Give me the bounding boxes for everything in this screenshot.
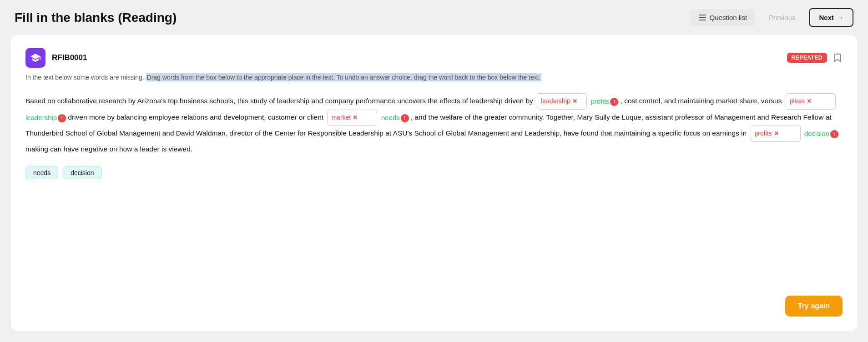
blank-2-word: pleas <box>790 95 805 108</box>
bank-word-decision[interactable]: decision <box>63 166 101 179</box>
instruction-highlight: Drag words from the box below to the app… <box>146 73 542 81</box>
header: Fill in the blanks (Reading) Question li… <box>0 0 868 35</box>
passage-text-1: Based on collaborative research by Arizo… <box>25 97 533 105</box>
header-controls: Question list Previous Next → <box>691 8 853 27</box>
previous-button[interactable]: Previous <box>761 9 803 26</box>
blank-4-remove[interactable]: ✕ <box>774 127 779 140</box>
repeated-badge: REPEATED <box>787 53 827 63</box>
card-icon <box>25 48 45 68</box>
svg-rect-1 <box>699 17 706 18</box>
warning-4: ! <box>830 130 838 138</box>
card-id: RFIB0001 <box>52 53 87 62</box>
blank-4[interactable]: profits ✕ <box>751 126 801 141</box>
graduation-icon <box>30 52 41 63</box>
card-header-left: RFIB0001 <box>25 48 87 68</box>
main-card: RFIB0001 REPEATED In the text below some… <box>11 35 857 331</box>
question-list-label: Question list <box>710 14 747 21</box>
instruction-plain: In the text below some words are missing… <box>25 74 144 81</box>
passage-text-3: driven more by balancing employee relati… <box>68 113 323 121</box>
warning-1: ! <box>610 98 618 106</box>
blank-4-word: profits <box>755 127 772 140</box>
passage-text-2: , cost control, and maintaining market s… <box>621 97 782 105</box>
blank-3-remove[interactable]: ✕ <box>353 111 358 124</box>
list-icon <box>699 15 706 20</box>
arrow-right-icon: → <box>837 14 843 21</box>
bank-word-needs[interactable]: needs <box>25 166 58 179</box>
warning-2: ! <box>58 114 66 122</box>
card-header: RFIB0001 REPEATED <box>25 48 843 68</box>
blank-1-word: leadership <box>541 95 570 108</box>
passage-text-5: making can have negative on how a leader… <box>25 145 192 153</box>
correct-1: profits! <box>590 97 620 105</box>
passage: Based on collaborative research by Arizo… <box>25 93 843 156</box>
instruction: In the text below some words are missing… <box>25 72 843 82</box>
next-button[interactable]: Next → <box>809 8 853 27</box>
blank-3-word: market <box>331 111 351 124</box>
blank-3[interactable]: market ✕ <box>327 110 377 126</box>
card-header-right: REPEATED <box>787 53 843 63</box>
svg-rect-2 <box>699 20 706 20</box>
correct-2: leadership! <box>25 114 68 121</box>
blank-1-remove[interactable]: ✕ <box>572 95 577 107</box>
try-again-button[interactable]: Try again <box>785 296 843 317</box>
page-title: Fill in the blanks (Reading) <box>15 10 177 25</box>
blank-2-remove[interactable]: ✕ <box>807 95 812 107</box>
correct-4: decision! <box>804 130 838 137</box>
blank-2[interactable]: pleas ✕ <box>786 93 836 109</box>
question-list-button[interactable]: Question list <box>691 9 756 26</box>
svg-rect-0 <box>699 15 706 15</box>
bookmark-icon[interactable] <box>833 53 843 63</box>
correct-3: needs! <box>381 114 411 121</box>
warning-3: ! <box>401 114 409 122</box>
blank-1[interactable]: leadership ✕ <box>537 93 587 109</box>
word-bank: needs decision <box>25 166 843 179</box>
